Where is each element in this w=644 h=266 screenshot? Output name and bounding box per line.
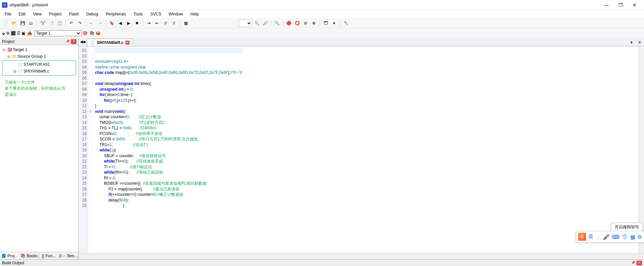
- menu-help[interactable]: Help: [187, 11, 202, 17]
- file-extensions-button[interactable]: 📦: [96, 31, 101, 36]
- tab-functions[interactable]: {} Fun...: [39, 252, 59, 259]
- menu-debug[interactable]: Debug: [83, 11, 102, 17]
- editor-close-all-button[interactable]: ✕: [635, 39, 644, 46]
- bookmark-toggle-button[interactable]: [108, 19, 115, 27]
- build-button[interactable]: [6, 31, 10, 36]
- macro-button[interactable]: ▦: [182, 19, 189, 27]
- menu-view[interactable]: View: [30, 11, 45, 17]
- bookmark-clear-button[interactable]: [133, 19, 141, 27]
- pin-icon[interactable]: 📌: [631, 261, 636, 265]
- tab-project[interactable]: 📘Proj...: [0, 252, 20, 259]
- editor-dropdown-icon[interactable]: ▾: [628, 39, 635, 46]
- ime-keyboard-icon[interactable]: ⌨: [612, 234, 619, 240]
- configure-button[interactable]: [342, 19, 350, 27]
- nav-forward-button[interactable]: [96, 19, 104, 27]
- menu-window[interactable]: Window: [165, 11, 186, 17]
- manage-project-button[interactable]: 📚: [90, 31, 95, 36]
- menu-project[interactable]: Project: [46, 11, 65, 17]
- build-output-header: Build Output 📌 ✕: [0, 259, 644, 266]
- editor-tab-shiyan[interactable]: 📄 SHIYAN6left.c ✕: [87, 39, 133, 46]
- panel-close-button[interactable]: ✕: [71, 39, 76, 44]
- tree-group-label: Source Group 1: [17, 54, 46, 59]
- redo-button[interactable]: [76, 19, 83, 27]
- new-file-button[interactable]: [2, 19, 9, 27]
- comment-button[interactable]: [162, 19, 169, 27]
- window-dropdown-button[interactable]: ▾: [330, 19, 338, 27]
- breakpoint-insert-button[interactable]: [293, 19, 301, 27]
- copy-button[interactable]: [47, 19, 55, 27]
- tree-file-label: STARTUP.A51: [24, 62, 50, 67]
- editor-tabs: ◀ ▶ 📄 SHIYAN6left.c ✕ ▾ ✕: [79, 38, 644, 46]
- tree-file-shiyan[interactable]: ⊞ 📄 SHIYAN6left.c: [3, 68, 75, 75]
- tab-nav-left-icon[interactable]: ◀: [80, 40, 83, 44]
- ime-toolbox-icon[interactable]: ▦: [630, 234, 635, 240]
- translate-button[interactable]: ⬙: [2, 31, 5, 36]
- code-editor[interactable]: 0102030405060708091011121314151617181920…: [79, 46, 644, 253]
- tree-file-startup[interactable]: 📄 STARTUP.A51: [3, 61, 75, 68]
- ime-lang-button[interactable]: 英: [588, 233, 594, 240]
- menu-edit[interactable]: Edit: [15, 11, 29, 17]
- save-all-button[interactable]: [27, 19, 35, 27]
- ime-toolbar[interactable]: S 英 ， 🎤 ⌨ 👕 ▦ ⚙: [576, 231, 644, 242]
- expander-icon[interactable]: ⊞: [13, 70, 17, 73]
- close-window-button[interactable]: ✕: [631, 2, 639, 8]
- fold-column[interactable]: ⊟: [88, 46, 93, 253]
- title-bar: V shiyan6left - µVision4 — ❐ ✕: [0, 0, 644, 10]
- tree-group[interactable]: ⊟ 📁 Source Group 1: [2, 53, 76, 60]
- indent-button[interactable]: [145, 19, 152, 27]
- tab-nav-right-icon[interactable]: ▶: [83, 40, 86, 44]
- target-options-button[interactable]: [82, 31, 87, 36]
- outdent-button[interactable]: [153, 19, 161, 27]
- download-button[interactable]: [27, 31, 32, 36]
- menu-flash[interactable]: Flash: [66, 11, 82, 17]
- vertical-scrollbar[interactable]: [639, 46, 644, 253]
- panel-close-button[interactable]: ✕: [637, 261, 642, 265]
- breakpoint-disable-button[interactable]: [302, 19, 309, 27]
- ime-skin-icon[interactable]: 👕: [621, 234, 628, 240]
- menu-peripherals[interactable]: Peripherals: [102, 11, 130, 17]
- uncomment-button[interactable]: [170, 19, 178, 27]
- debug-start-button[interactable]: [285, 19, 292, 27]
- maximize-button[interactable]: ❐: [616, 2, 624, 8]
- ime-punct-icon[interactable]: ，: [596, 233, 601, 240]
- undo-button[interactable]: [68, 19, 75, 27]
- expander-icon[interactable]: ⊟: [7, 55, 11, 58]
- find-combo[interactable]: [239, 19, 252, 27]
- window-layout-button[interactable]: [322, 19, 329, 27]
- bookmark-prev-button[interactable]: [116, 19, 124, 27]
- paste-button[interactable]: [56, 19, 63, 27]
- tab-templates[interactable]: 0→ Tem...: [59, 252, 78, 259]
- find-button[interactable]: [253, 19, 260, 27]
- main-toolbar: ▦ ▾: [0, 18, 644, 28]
- horizontal-scrollbar[interactable]: [79, 253, 644, 259]
- batch-build-button[interactable]: ☰: [17, 31, 21, 36]
- tree-target[interactable]: ⊟ 🎯 Target 1: [2, 46, 76, 53]
- app-icon: V: [2, 2, 7, 8]
- menu-tools[interactable]: Tools: [130, 11, 146, 17]
- pin-icon[interactable]: 📌: [65, 39, 70, 44]
- ime-mic-icon[interactable]: 🎤: [603, 234, 610, 240]
- rebuild-button[interactable]: ⬛: [11, 31, 16, 36]
- expander-icon[interactable]: ⊟: [2, 48, 6, 52]
- code-content[interactable]: #include<reg51.h>#define uchar unsigned …: [93, 46, 245, 253]
- nav-back-button[interactable]: [88, 19, 95, 27]
- cut-button[interactable]: [39, 19, 46, 27]
- breakpoint-kill-button[interactable]: [310, 19, 318, 27]
- target-select[interactable]: Target 1: [34, 30, 81, 36]
- save-button[interactable]: [19, 19, 26, 27]
- editor-tab-label: SHIYAN6left.c: [97, 40, 123, 45]
- incremental-find-button[interactable]: [273, 19, 281, 27]
- open-file-button[interactable]: [10, 19, 18, 27]
- stop-build-button[interactable]: ▣: [22, 31, 25, 36]
- bookmark-next-button[interactable]: [125, 19, 132, 27]
- tab-books[interactable]: 📚Books: [20, 252, 39, 259]
- sogou-logo-icon[interactable]: S: [578, 233, 586, 241]
- menu-svcs[interactable]: SVCS: [147, 11, 165, 17]
- project-tree[interactable]: ⊟ 🎯 Target 1 ⊟ 📁 Source Group 1 📄 STARTU…: [0, 45, 78, 252]
- menu-file[interactable]: File: [1, 11, 14, 17]
- find-in-files-button[interactable]: [261, 19, 269, 27]
- minimize-button[interactable]: —: [602, 2, 610, 8]
- line-number-gutter: 0102030405060708091011121314151617181920…: [79, 46, 88, 253]
- ime-settings-icon[interactable]: ⚙: [637, 234, 642, 240]
- close-tab-button[interactable]: ✕: [126, 41, 130, 45]
